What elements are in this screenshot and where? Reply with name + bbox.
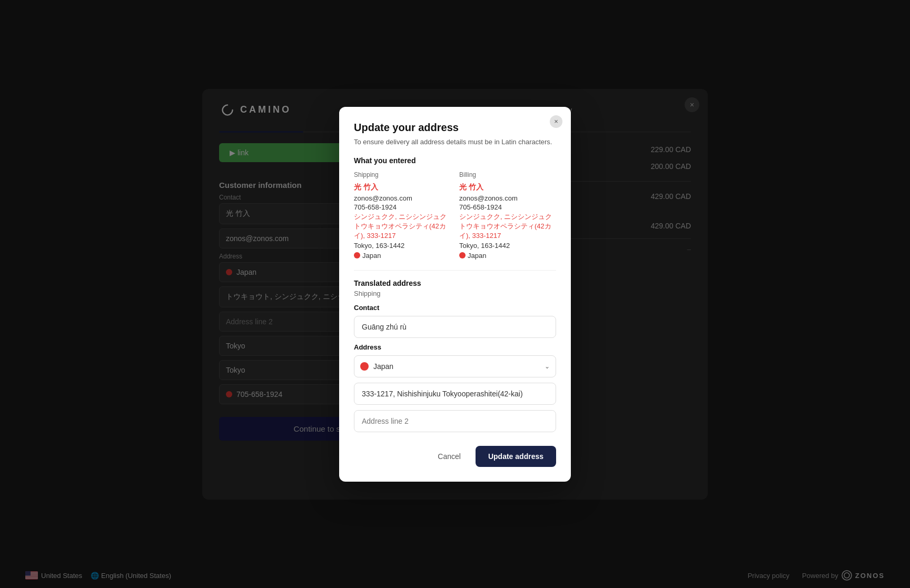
what-you-entered-label: What you entered	[354, 156, 556, 165]
billing-country-label: Japan	[468, 252, 486, 260]
translated-address-label: Translated address	[354, 279, 556, 287]
billing-address: シンジュクク, ニシシンジュクトウキョウオペラシティ(42カイ), 333-12…	[459, 212, 556, 241]
shipping-column: Shipping 光 竹入 zonos@zonos.com 705-658-19…	[354, 171, 451, 260]
modal-divider	[354, 270, 556, 271]
address-columns: Shipping 光 竹入 zonos@zonos.com 705-658-19…	[354, 171, 556, 260]
update-address-modal: × Update your address To ensure delivery…	[339, 107, 571, 482]
translated-shipping-label: Shipping	[354, 290, 556, 297]
billing-header: Billing	[459, 171, 556, 178]
shipping-header: Shipping	[354, 171, 451, 178]
modal-close-button[interactable]: ×	[550, 115, 562, 128]
billing-phone: 705-658-1924	[459, 203, 556, 211]
modal-overlay: × Update your address To ensure delivery…	[0, 0, 910, 588]
address-section-label: Address	[354, 343, 556, 351]
update-address-button[interactable]: Update address	[476, 446, 556, 467]
shipping-country-flag	[354, 252, 360, 258]
address-line1-input[interactable]	[354, 383, 556, 405]
billing-country: Japan	[459, 252, 556, 260]
shipping-country-label: Japan	[362, 252, 381, 260]
shipping-email: zonos@zonos.com	[354, 194, 451, 202]
billing-column: Billing 光 竹入 zonos@zonos.com 705-658-192…	[459, 171, 556, 260]
cancel-button[interactable]: Cancel	[429, 446, 469, 467]
address-line2-input[interactable]	[354, 410, 556, 432]
shipping-name: 光 竹入	[354, 183, 451, 192]
country-select-wrapper: Japan United States ⌄	[354, 355, 556, 377]
contact-input-modal[interactable]	[354, 316, 556, 338]
shipping-country: Japan	[354, 252, 451, 260]
billing-country-flag	[459, 252, 466, 258]
billing-email: zonos@zonos.com	[459, 194, 556, 202]
shipping-phone: 705-658-1924	[354, 203, 451, 211]
country-flag-inside	[360, 362, 369, 371]
billing-city-state: Tokyo, 163-1442	[459, 242, 556, 250]
modal-footer: Cancel Update address	[354, 446, 556, 467]
billing-name: 光 竹入	[459, 183, 556, 192]
shipping-address: シンジュクク, ニシシンジュクトウキョウオペラシティ(42カイ), 333-12…	[354, 212, 451, 241]
contact-section-label: Contact	[354, 304, 556, 312]
close-icon: ×	[554, 118, 558, 125]
modal-title: Update your address	[354, 122, 556, 134]
shipping-city-state: Tokyo, 163-1442	[354, 242, 451, 250]
country-select[interactable]: Japan United States	[354, 355, 556, 377]
modal-subtitle: To ensure delivery all address details m…	[354, 138, 556, 146]
